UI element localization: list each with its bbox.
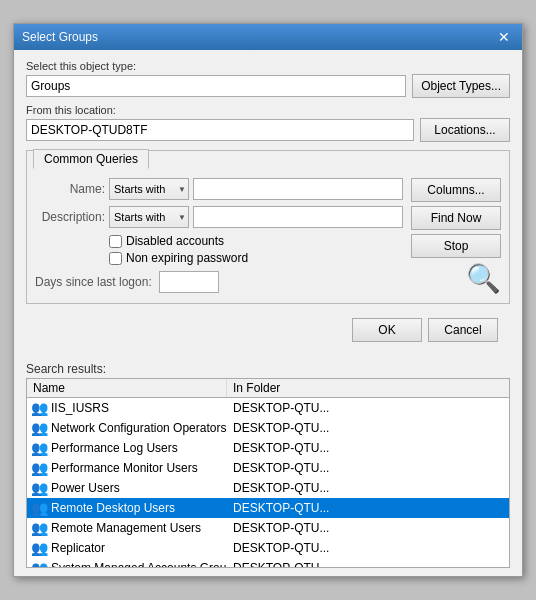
cell-name: 👥Remote Desktop Users xyxy=(27,499,227,517)
search-results-label: Search results: xyxy=(26,362,106,376)
table-row[interactable]: 👥Performance Log UsersDESKTOP-QTU... xyxy=(27,438,509,458)
results-area[interactable]: Name In Folder 👥IIS_IUSRSDESKTOP-QTU...👥… xyxy=(26,378,510,568)
cell-name: 👥Performance Monitor Users xyxy=(27,459,227,477)
location-input[interactable] xyxy=(26,119,414,141)
table-row[interactable]: 👥Performance Monitor UsersDESKTOP-QTU... xyxy=(27,458,509,478)
group-icon: 👥 xyxy=(31,480,47,496)
non-expiring-checkbox[interactable] xyxy=(109,252,122,265)
description-starts-select[interactable]: Starts with Is exactly xyxy=(109,206,189,228)
cell-name: 👥Network Configuration Operators xyxy=(27,419,227,437)
results-header: Name In Folder xyxy=(27,379,509,398)
row-name-text: Performance Monitor Users xyxy=(51,461,198,475)
ok-cancel-row: OK Cancel xyxy=(26,312,510,352)
search-results-label-row: Search results: xyxy=(14,362,522,378)
cell-name: 👥IIS_IUSRS xyxy=(27,399,227,417)
cell-name: 👥Power Users xyxy=(27,479,227,497)
columns-button[interactable]: Columns... xyxy=(411,178,501,202)
stop-button[interactable]: Stop xyxy=(411,234,501,258)
group-icon: 👥 xyxy=(31,560,47,568)
cell-folder: DESKTOP-QTU... xyxy=(227,560,509,568)
find-now-button[interactable]: Find Now xyxy=(411,206,501,230)
days-since-label: Days since last logon: xyxy=(35,275,155,289)
col-header-name[interactable]: Name xyxy=(27,379,227,397)
cell-name: 👥Replicator xyxy=(27,539,227,557)
cell-folder: DESKTOP-QTU... xyxy=(227,460,509,476)
description-starts-wrapper: Starts with Is exactly xyxy=(109,206,189,228)
select-groups-dialog: Select Groups ✕ Select this object type:… xyxy=(13,23,523,577)
cell-folder: DESKTOP-QTU... xyxy=(227,420,509,436)
name-query-row: Name: Starts with Is exactly xyxy=(35,178,403,200)
object-type-input[interactable] xyxy=(26,75,406,97)
table-row[interactable]: 👥Network Configuration OperatorsDESKTOP-… xyxy=(27,418,509,438)
group-icon: 👥 xyxy=(31,400,47,416)
group-icon: 👥 xyxy=(31,540,47,556)
table-row[interactable]: 👥System Managed Accounts GroupDESKTOP-QT… xyxy=(27,558,509,568)
description-query-label: Description: xyxy=(35,210,105,224)
disabled-accounts-checkbox[interactable] xyxy=(109,235,122,248)
cancel-button[interactable]: Cancel xyxy=(428,318,498,342)
location-section: From this location: Locations... xyxy=(26,104,510,142)
days-since-logon-row: Days since last logon: xyxy=(35,271,403,293)
cell-folder: DESKTOP-QTU... xyxy=(227,500,509,516)
cell-name: 👥Performance Log Users xyxy=(27,439,227,457)
table-row[interactable]: 👥Remote Desktop UsersDESKTOP-QTU... xyxy=(27,498,509,518)
group-icon: 👥 xyxy=(31,460,47,476)
dialog-body: Select this object type: Object Types...… xyxy=(14,50,522,362)
cell-folder: DESKTOP-QTU... xyxy=(227,480,509,496)
col-header-folder[interactable]: In Folder xyxy=(227,379,509,397)
cell-folder: DESKTOP-QTU... xyxy=(227,540,509,556)
cell-folder: DESKTOP-QTU... xyxy=(227,400,509,416)
disabled-accounts-row: Disabled accounts xyxy=(109,234,403,248)
object-type-row: Object Types... xyxy=(26,74,510,98)
groupbox-left: Name: Starts with Is exactly Description… xyxy=(35,178,403,295)
common-queries-tab[interactable]: Common Queries xyxy=(33,149,149,169)
group-icon: 👥 xyxy=(31,520,47,536)
table-row[interactable]: 👥IIS_IUSRSDESKTOP-QTU... xyxy=(27,398,509,418)
table-row[interactable]: 👥Remote Management UsersDESKTOP-QTU... xyxy=(27,518,509,538)
name-starts-select[interactable]: Starts with Is exactly xyxy=(109,178,189,200)
close-button[interactable]: ✕ xyxy=(494,30,514,44)
row-name-text: Performance Log Users xyxy=(51,441,178,455)
table-row[interactable]: 👥ReplicatorDESKTOP-QTU... xyxy=(27,538,509,558)
cell-folder: DESKTOP-QTU... xyxy=(227,440,509,456)
groupbox-content: Name: Starts with Is exactly Description… xyxy=(27,170,509,303)
row-name-text: Remote Desktop Users xyxy=(51,501,175,515)
object-type-section: Select this object type: Object Types... xyxy=(26,60,510,98)
disabled-accounts-label: Disabled accounts xyxy=(126,234,224,248)
name-starts-wrapper: Starts with Is exactly xyxy=(109,178,189,200)
group-icon: 👥 xyxy=(31,500,47,516)
cell-folder: DESKTOP-QTU... xyxy=(227,520,509,536)
groupbox-right: Columns... Find Now Stop 🔍 xyxy=(411,178,501,295)
table-row[interactable]: 👥Power UsersDESKTOP-QTU... xyxy=(27,478,509,498)
ok-button[interactable]: OK xyxy=(352,318,422,342)
non-expiring-label: Non expiring password xyxy=(126,251,248,265)
row-name-text: Network Configuration Operators xyxy=(51,421,226,435)
object-type-label: Select this object type: xyxy=(26,60,510,72)
group-icon: 👥 xyxy=(31,420,47,436)
row-name-text: Power Users xyxy=(51,481,120,495)
group-icon: 👥 xyxy=(31,440,47,456)
results-rows: 👥IIS_IUSRSDESKTOP-QTU...👥Network Configu… xyxy=(27,398,509,568)
location-row: Locations... xyxy=(26,118,510,142)
object-types-button[interactable]: Object Types... xyxy=(412,74,510,98)
row-name-text: IIS_IUSRS xyxy=(51,401,109,415)
locations-button[interactable]: Locations... xyxy=(420,118,510,142)
magnifier-icon: 🔍 xyxy=(466,262,501,295)
non-expiring-row: Non expiring password xyxy=(109,251,403,265)
row-name-text: Replicator xyxy=(51,541,105,555)
magnifier-area: 🔍 xyxy=(411,262,501,295)
dialog-title: Select Groups xyxy=(22,30,98,44)
cell-name: 👥Remote Management Users xyxy=(27,519,227,537)
title-bar: Select Groups ✕ xyxy=(14,24,522,50)
common-queries-groupbox: Common Queries Name: Starts with Is exac… xyxy=(26,150,510,304)
days-since-input[interactable] xyxy=(159,271,219,293)
name-query-input[interactable] xyxy=(193,178,403,200)
row-name-text: System Managed Accounts Group xyxy=(51,561,227,568)
name-query-label: Name: xyxy=(35,182,105,196)
description-query-input[interactable] xyxy=(193,206,403,228)
location-label: From this location: xyxy=(26,104,510,116)
cell-name: 👥System Managed Accounts Group xyxy=(27,559,227,568)
description-query-row: Description: Starts with Is exactly xyxy=(35,206,403,228)
row-name-text: Remote Management Users xyxy=(51,521,201,535)
